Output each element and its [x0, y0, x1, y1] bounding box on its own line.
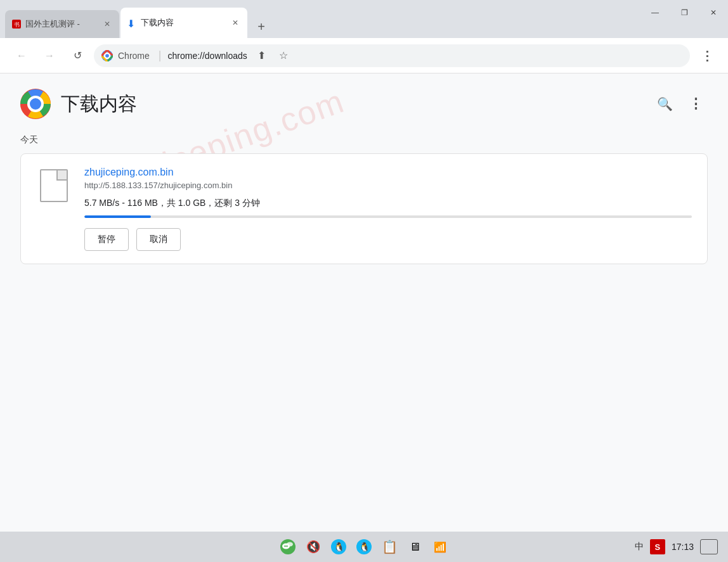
- svg-text:书: 书: [14, 22, 20, 28]
- download-actions: 暂停 取消: [84, 228, 692, 251]
- reload-button[interactable]: ↺: [66, 44, 89, 67]
- toolbar-end: ⋮: [695, 44, 718, 67]
- page-title: 下载内容: [61, 91, 137, 117]
- tab-close-1[interactable]: ✕: [101, 18, 113, 30]
- chrome-logo-icon: [20, 89, 51, 119]
- menu-button[interactable]: ⋮: [695, 44, 718, 67]
- taskbar-pc-icon[interactable]: 🖥: [406, 538, 424, 556]
- window-controls: — ❐ ✕: [640, 0, 728, 25]
- chrome-favicon-icon: [101, 50, 113, 61]
- taskbar: 🔇 🐧 🐧 📋 🖥 📶 中 S 17:13: [0, 532, 728, 562]
- taskbar-right: 中 S 17:13: [635, 539, 718, 554]
- svg-point-6: [105, 54, 109, 58]
- svg-point-9: [30, 98, 41, 110]
- close-button[interactable]: ✕: [699, 0, 728, 25]
- tab-close-2[interactable]: ✕: [230, 17, 241, 29]
- tab-label-2: 下载内容: [141, 17, 226, 29]
- cancel-button[interactable]: 取消: [136, 228, 181, 251]
- network-label: 中: [635, 541, 644, 552]
- progress-bar-fill: [84, 215, 151, 218]
- taskbar-qq2-icon[interactable]: 🐧: [355, 538, 373, 556]
- svg-text:🐧: 🐧: [334, 542, 345, 552]
- more-icon: ⋮: [689, 96, 702, 112]
- taskbar-qq1-icon[interactable]: 🐧: [330, 538, 348, 556]
- back-button[interactable]: ←: [10, 44, 33, 67]
- restore-button[interactable]: ❐: [670, 0, 699, 25]
- file-icon: [40, 169, 68, 202]
- notification-button[interactable]: [700, 539, 718, 554]
- ime-icon[interactable]: S: [650, 539, 665, 554]
- tab-label-1: 国外主机测评 -: [25, 18, 98, 30]
- title-bar: 书 国外主机测评 - ✕ ⬇ 下载内容 ✕ + — ❐ ✕: [0, 0, 728, 38]
- address-separator: |: [159, 49, 162, 62]
- address-actions: ⬆ ☆: [252, 46, 293, 65]
- add-tab-button[interactable]: +: [250, 15, 273, 38]
- taskbar-mute-icon[interactable]: 🔇: [304, 538, 322, 556]
- download-filename[interactable]: zhujiceping.com.bin: [84, 167, 692, 178]
- bookmark-button[interactable]: ☆: [274, 46, 293, 65]
- address-bar[interactable]: Chrome | chrome://downloads ⬆ ☆: [94, 44, 690, 67]
- address-url: chrome://downloads: [167, 51, 247, 61]
- taskbar-wifi-icon[interactable]: 📶: [431, 538, 449, 556]
- share-button[interactable]: ⬆: [252, 46, 271, 65]
- page-content: zhujiceping.com 下载内容 🔍: [0, 73, 728, 532]
- download-url: http://5.188.133.157/zhujiceping.com.bin: [84, 181, 692, 190]
- page-header-actions: 🔍 ⋮: [652, 91, 708, 117]
- pause-button[interactable]: 暂停: [84, 228, 129, 251]
- svg-point-13: [284, 546, 285, 547]
- taskbar-time: 17:13: [672, 542, 694, 552]
- toolbar: ← → ↺ Chrome | chrome://downloads: [0, 38, 728, 73]
- svg-point-14: [286, 546, 287, 547]
- svg-text:🐧: 🐧: [359, 542, 370, 552]
- progress-bar-track: [84, 215, 692, 218]
- tab-inactive-1[interactable]: 书 国外主机测评 - ✕: [5, 10, 119, 38]
- forward-button[interactable]: →: [38, 44, 61, 67]
- page-title-area: 下载内容: [20, 89, 137, 119]
- search-icon: 🔍: [657, 96, 673, 112]
- downloads-menu-button[interactable]: ⋮: [682, 91, 708, 117]
- taskbar-foxit-icon[interactable]: 📋: [380, 538, 398, 556]
- address-site-name: Chrome: [118, 51, 150, 61]
- download-info: zhujiceping.com.bin http://5.188.133.157…: [84, 167, 692, 251]
- tab-active-2[interactable]: ⬇ 下载内容 ✕: [120, 8, 247, 38]
- download-card: zhujiceping.com.bin http://5.188.133.157…: [20, 153, 708, 264]
- tab-favicon-1: 书: [11, 19, 22, 29]
- search-downloads-button[interactable]: 🔍: [652, 91, 677, 117]
- download-speed: 5.7 MB/s - 116 MB，共 1.0 GB，还剩 3 分钟: [84, 198, 692, 209]
- section-label: 今天: [20, 134, 708, 146]
- file-icon-wrap: [36, 167, 72, 202]
- page-header: 下载内容 🔍 ⋮: [20, 89, 708, 119]
- tab-favicon-2: ⬇: [127, 18, 137, 28]
- minimize-button[interactable]: —: [640, 0, 670, 25]
- taskbar-wechat-icon[interactable]: [279, 538, 297, 556]
